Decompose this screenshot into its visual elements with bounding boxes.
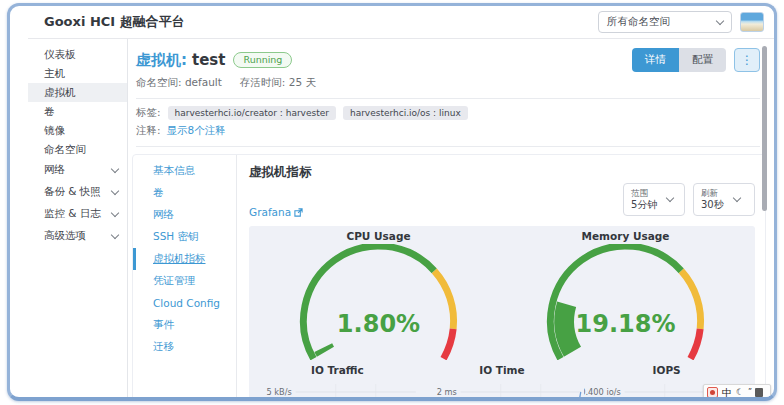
- gauge-title: Memory Usage: [502, 230, 749, 244]
- cpu-gauge-value: 1.80%: [255, 310, 502, 338]
- chart-title: IOPS: [584, 364, 749, 378]
- sidebar-item-label: 主机: [44, 67, 65, 81]
- resource-type-label: 虚拟机:: [136, 51, 187, 70]
- namespace-label: 命名空间:: [136, 76, 182, 88]
- sidebar-item-label: 卷: [44, 105, 55, 119]
- sidebar-item-networks[interactable]: 网络: [28, 159, 127, 181]
- topbar-right: 所有命名空间: [598, 11, 764, 33]
- detail-button[interactable]: 详情: [632, 48, 679, 72]
- tab-networks[interactable]: 网络: [133, 204, 236, 226]
- tab-basic-info[interactable]: 基本信息: [133, 160, 236, 182]
- tags-label: 标签:: [136, 106, 161, 120]
- io-time-plot: 2 ms1.50 ms1 ms: [420, 378, 585, 397]
- chevron-down-icon: [666, 194, 674, 202]
- memory-usage-gauge: Memory Usage 19.18%: [502, 230, 749, 360]
- tab-migration[interactable]: 迁移: [133, 336, 236, 358]
- external-link-icon: [294, 208, 303, 217]
- cpu-usage-gauge: CPU Usage 1.80%: [255, 230, 502, 360]
- vertical-scrollbar[interactable]: [762, 46, 767, 211]
- metrics-title: 虚拟机指标: [249, 164, 755, 181]
- ime-logo-icon[interactable]: [707, 387, 718, 398]
- tab-label: SSH 密钥: [153, 230, 199, 244]
- namespace-value: default: [185, 76, 222, 88]
- config-button[interactable]: 配置: [679, 48, 726, 72]
- tab-vm-metrics[interactable]: 虚拟机指标: [133, 248, 236, 270]
- sidebar-item-label: 虚拟机: [44, 86, 76, 100]
- range-select[interactable]: 范围5分钟: [623, 183, 685, 216]
- sidebar-item-backup-snapshot[interactable]: 备份 & 快照: [28, 181, 127, 203]
- refresh-select[interactable]: 刷新30秒: [693, 183, 755, 216]
- svg-text:5 kB/s: 5 kB/s: [266, 387, 291, 397]
- sidebar-item-images[interactable]: 镜像: [28, 121, 127, 140]
- namespace-meta: 命名空间: default: [136, 76, 222, 90]
- chart-title: IO Time: [420, 364, 585, 378]
- sidebar-item-namespaces[interactable]: 命名空间: [28, 140, 127, 159]
- main-area: 虚拟机: test Running 详情 配置 ⋮ 命名空间: default: [128, 39, 774, 397]
- ime-toolbar: 中 ☾ ’’: [703, 384, 771, 401]
- sidebar-item-volumes[interactable]: 卷: [28, 102, 127, 121]
- punctuation-mode-icon[interactable]: ’’: [748, 389, 751, 397]
- chevron-down-icon: [111, 187, 119, 195]
- sidebar-item-advanced[interactable]: 高级选项: [28, 225, 127, 247]
- io-traffic-chart: IO Traffic 5 kB/s4 kB/s3 kB/s: [255, 364, 420, 397]
- top-bar: Gooxi HCI 超融合平台 所有命名空间: [28, 6, 774, 39]
- sidebar-item-dashboard[interactable]: 仪表板: [28, 45, 127, 64]
- view-mode-segment: 详情 配置: [632, 48, 726, 72]
- chevron-down-icon: [111, 209, 119, 217]
- sidebar-item-label: 网络: [44, 163, 65, 177]
- app-title: Gooxi HCI 超融合平台: [44, 13, 185, 31]
- refresh-value: 30秒: [701, 199, 724, 212]
- chevron-down-icon: [111, 231, 119, 239]
- sidebar-item-label: 镜像: [44, 124, 65, 138]
- moon-icon[interactable]: ☾: [736, 388, 744, 397]
- tab-credentials[interactable]: 凭证管理: [133, 270, 236, 292]
- namespace-filter-select[interactable]: 所有命名空间: [598, 11, 732, 33]
- labels-section: 标签: harvesterhci.io/creator : harvester …: [128, 99, 774, 147]
- tab-label: 卷: [153, 186, 164, 200]
- sidebar-item-label: 备份 & 快照: [44, 185, 101, 199]
- namespace-filter-value: 所有命名空间: [607, 15, 670, 29]
- kebab-icon: ⋮: [741, 53, 753, 67]
- tab-label: 迁移: [153, 340, 174, 354]
- vm-detail-card: 基本信息 卷 网络 SSH 密钥 虚拟机指标 凭证管理 Cloud Config…: [132, 154, 766, 397]
- tab-label: 网络: [153, 208, 174, 222]
- metrics-content: 虚拟机指标 Grafana 范围5分钟: [237, 155, 765, 397]
- show-annotations-link[interactable]: 显示8个注释: [167, 124, 226, 138]
- tab-cloud-config[interactable]: Cloud Config: [133, 292, 236, 314]
- age-meta: 存活时间: 25 天: [240, 76, 316, 90]
- chevron-down-icon: [732, 194, 740, 202]
- svg-text:0.400 io/s: 0.400 io/s: [584, 387, 621, 397]
- status-badge: Running: [233, 52, 292, 68]
- refresh-label: 刷新: [701, 188, 724, 199]
- age-label: 存活时间:: [240, 76, 286, 88]
- vm-header: 虚拟机: test Running 详情 配置 ⋮ 命名空间: default: [128, 39, 774, 99]
- divider: [136, 146, 760, 147]
- ime-mode-indicator[interactable]: 中: [722, 388, 732, 398]
- gauge-title: CPU Usage: [255, 230, 502, 244]
- svg-text:2 ms: 2 ms: [436, 387, 456, 397]
- sidebar-item-monitoring-logs[interactable]: 监控 & 日志: [28, 203, 127, 225]
- tag-creator: harvesterhci.io/creator : harvester: [168, 106, 336, 120]
- memory-gauge-value: 19.18%: [502, 310, 749, 338]
- user-avatar[interactable]: [740, 12, 764, 32]
- sidebar: 仪表板 主机 虚拟机 卷 镜像 命名空间 网络 备份 & 快照 监控 & 日志 …: [28, 39, 128, 397]
- cpu-gauge-arc: [255, 244, 502, 360]
- age-value: 25 天: [289, 76, 316, 88]
- io-time-chart: IO Time 2 ms1.50 ms1 ms: [420, 364, 585, 397]
- tab-label: 虚拟机指标: [153, 252, 206, 266]
- more-actions-button[interactable]: ⋮: [734, 48, 760, 72]
- sidebar-item-label: 仪表板: [44, 48, 76, 62]
- io-traffic-plot: 5 kB/s4 kB/s3 kB/s: [255, 378, 420, 397]
- annotations-label: 注释:: [136, 124, 161, 138]
- window-frame: Gooxi HCI 超融合平台 所有命名空间 仪表板 主机 虚拟机 卷 镜像 命…: [7, 3, 777, 401]
- grafana-link[interactable]: Grafana: [249, 206, 303, 218]
- tab-label: 基本信息: [153, 164, 195, 178]
- tab-ssh-keys[interactable]: SSH 密钥: [133, 226, 236, 248]
- tab-events[interactable]: 事件: [133, 314, 236, 336]
- chevron-down-icon: [716, 16, 724, 24]
- sidebar-item-virtual-machines[interactable]: 虚拟机: [28, 83, 127, 102]
- sidebar-item-hosts[interactable]: 主机: [28, 64, 127, 83]
- sidebar-item-label: 高级选项: [44, 229, 86, 243]
- keyboard-icon[interactable]: [755, 388, 763, 397]
- tab-volumes[interactable]: 卷: [133, 182, 236, 204]
